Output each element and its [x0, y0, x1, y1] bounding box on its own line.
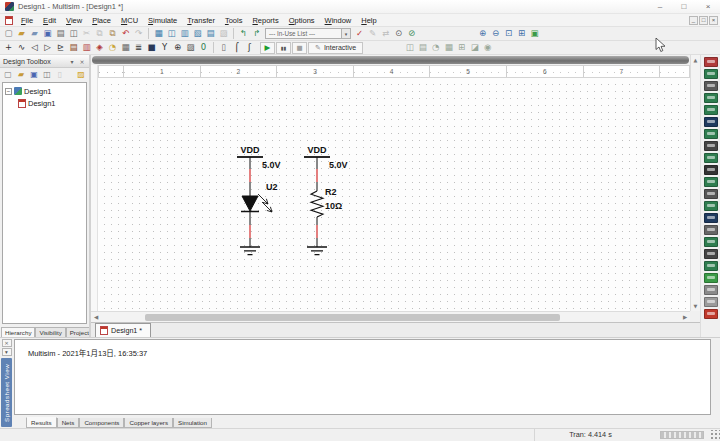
scroll-down-icon[interactable]: ▼: [694, 301, 698, 311]
place-source-button[interactable]: +: [2, 42, 15, 54]
agilent-oscilloscope-icon[interactable]: [704, 249, 718, 259]
scrollbar-thumb[interactable]: [145, 314, 560, 321]
place-hierarchical-block-button[interactable]: ⌠: [230, 42, 243, 54]
zoom-fit-button[interactable]: ⊞: [515, 28, 528, 40]
load-simulation-settings-button[interactable]: ◪: [468, 42, 481, 54]
tab-nets[interactable]: Nets: [57, 418, 80, 428]
tree-node-schematic[interactable]: Design1: [18, 98, 84, 108]
oscilloscope-icon[interactable]: [704, 93, 718, 103]
toggle-border-button[interactable]: ◫: [165, 28, 178, 40]
sheet-tab-design1[interactable]: Design1 *: [95, 323, 151, 337]
vdd-power-symbol-right[interactable]: VDD 5.0V: [304, 145, 348, 170]
simulation-error-log-button[interactable]: ▦: [442, 42, 455, 54]
tab-copper-layers[interactable]: Copper layers: [124, 418, 173, 428]
toolbox-options-button[interactable]: ▨: [75, 70, 87, 81]
place-misc-digital-button[interactable]: ◈: [93, 42, 106, 54]
paste-button[interactable]: ⧉: [106, 28, 119, 40]
place-ttl-button[interactable]: ▤: [67, 42, 80, 54]
resize-grip-icon[interactable]: [709, 430, 720, 441]
undo-button[interactable]: ↶: [119, 28, 132, 40]
place-cmos-button[interactable]: ▥: [80, 42, 93, 54]
ground-symbol-right[interactable]: [307, 238, 327, 255]
stop-simulation-button[interactable]: ■: [292, 42, 307, 54]
menu-item[interactable]: Place: [87, 16, 116, 25]
four-channel-oscilloscope-icon[interactable]: [704, 105, 718, 115]
place-bus-button[interactable]: ʃ: [243, 42, 256, 54]
menu-item[interactable]: Options: [284, 16, 320, 25]
panel-close-icon[interactable]: ×: [2, 339, 12, 347]
panel-autohide-icon[interactable]: ▾: [2, 348, 12, 356]
pause-simulation-button[interactable]: ▮▮: [276, 42, 291, 54]
menu-item[interactable]: Help: [356, 16, 381, 25]
find-component-button[interactable]: ⊘: [405, 28, 418, 40]
tab-results[interactable]: Results: [26, 417, 57, 428]
new-button[interactable]: ▢: [2, 28, 15, 40]
postprocessor-button[interactable]: ◔: [429, 42, 442, 54]
canvas-top-scrollbar[interactable]: [92, 56, 689, 64]
save-simulation-settings-button[interactable]: ◉: [481, 42, 494, 54]
menu-item[interactable]: Edit: [38, 16, 61, 25]
tree-node-design1[interactable]: − Design1: [5, 86, 84, 96]
zoom-in-button[interactable]: ⊕: [476, 28, 489, 40]
annotate-button[interactable]: ✎: [366, 28, 379, 40]
agilent-multimeter-icon[interactable]: [704, 237, 718, 247]
ground-symbol-left[interactable]: [240, 238, 260, 255]
xspice-command-line-button[interactable]: ⊞: [455, 42, 468, 54]
run-simulation-button[interactable]: ▶: [260, 42, 275, 54]
scrollbar-track[interactable]: [101, 312, 680, 322]
design-toolbox-button[interactable]: ▧: [191, 28, 204, 40]
place-mixed-button[interactable]: ◔: [106, 42, 119, 54]
scroll-up-icon[interactable]: ▲: [694, 55, 698, 65]
logic-analyzer-icon[interactable]: [704, 165, 718, 175]
place-indicator-button[interactable]: ▦: [119, 42, 132, 54]
spectrum-analyzer-icon[interactable]: [704, 201, 718, 211]
horizontal-scrollbar[interactable]: ◀ ▶: [91, 311, 690, 322]
tab-simulation[interactable]: Simulation: [173, 418, 212, 428]
led-u2[interactable]: U2: [241, 182, 278, 225]
print-preview-button[interactable]: ◫: [67, 28, 80, 40]
minimize-button[interactable]: –: [648, 0, 672, 13]
place-electromechanical-button[interactable]: ▨: [184, 42, 197, 54]
cut-button[interactable]: ✂: [80, 28, 93, 40]
new-schematic-button[interactable]: ▢: [2, 70, 14, 81]
bode-plotter-icon[interactable]: [704, 117, 718, 127]
chevron-down-icon[interactable]: ▾: [341, 29, 350, 38]
tab-components[interactable]: Components: [79, 418, 124, 428]
distortion-analyzer-icon[interactable]: [704, 189, 718, 199]
tree-root-label[interactable]: Design1: [24, 87, 52, 96]
logic-converter-icon[interactable]: [704, 153, 718, 163]
place-analog-button[interactable]: ⊵: [54, 42, 67, 54]
fullscreen-button[interactable]: ▣: [528, 28, 541, 40]
mdi-minimize-button[interactable]: _: [689, 16, 698, 25]
open-button[interactable]: ▰: [15, 28, 28, 40]
zoom-out-button[interactable]: ⊖: [489, 28, 502, 40]
redo-button[interactable]: ↷: [132, 28, 145, 40]
wattmeter-icon[interactable]: [704, 81, 718, 91]
place-diode-button[interactable]: ◁: [28, 42, 41, 54]
copy-button[interactable]: ⧉: [93, 28, 106, 40]
menu-item[interactable]: Window: [320, 16, 357, 25]
save-design-button[interactable]: ▣: [28, 70, 40, 81]
probe-settings-icon[interactable]: [704, 285, 718, 295]
schematic-sheet[interactable]: VDD 5.0V U2: [98, 78, 690, 311]
menu-item[interactable]: MCU: [116, 16, 143, 25]
panel-menu-icon[interactable]: ▾: [68, 58, 76, 65]
in-use-list-dropdown[interactable]: --- In-Use List --- ▾: [265, 28, 351, 39]
menu-item[interactable]: Reports: [247, 16, 283, 25]
iv-analyzer-icon[interactable]: [704, 177, 718, 187]
tektronix-oscilloscope-icon[interactable]: [704, 261, 718, 271]
mdi-close-button[interactable]: ×: [709, 16, 718, 25]
scroll-right-icon[interactable]: ▶: [680, 314, 690, 320]
place-advanced-peripherals-button[interactable]: Y: [158, 42, 171, 54]
vertical-scrollbar[interactable]: ▲ ▼: [690, 55, 700, 311]
vdd-power-symbol-left[interactable]: VDD 5.0V: [237, 145, 281, 170]
interactive-simulation-button[interactable]: ✎ Interactive: [308, 42, 363, 54]
place-basic-button[interactable]: ∿: [15, 42, 28, 54]
word-generator-icon[interactable]: [704, 141, 718, 151]
analyses-button[interactable]: ▤: [416, 42, 429, 54]
function-generator-icon[interactable]: [704, 69, 718, 79]
place-mcu-button[interactable]: ▯: [217, 42, 230, 54]
agilent-function-generator-icon[interactable]: [704, 225, 718, 235]
place-misc-button[interactable]: ■: [145, 42, 158, 54]
spreadsheet-view-button[interactable]: ▤: [204, 28, 217, 40]
